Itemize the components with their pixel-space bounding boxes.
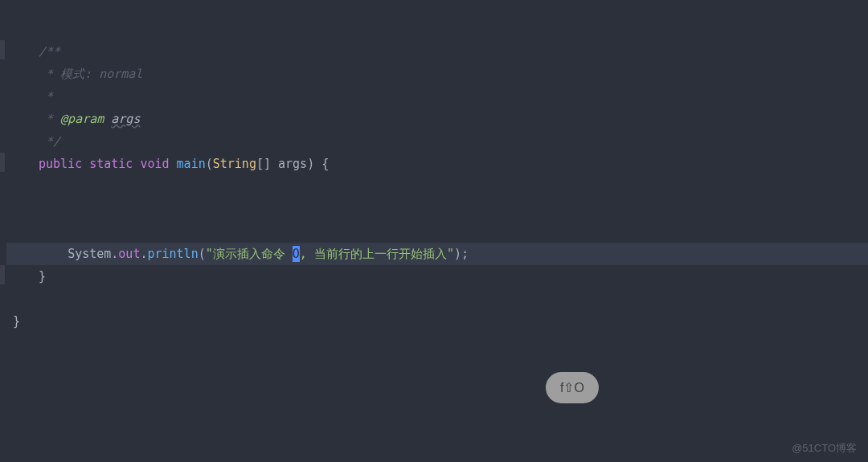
code-line-empty[interactable] [6, 220, 868, 243]
code-line-active[interactable]: System.out.println("演示插入命令 O, 当前行的上一行开始插… [6, 243, 868, 265]
string-literal: "演示插入命令 O, 当前行的上一行开始插入" [206, 246, 454, 262]
method-name: main [177, 157, 206, 171]
editor-gutter [0, 0, 6, 333]
keyword-static: static [89, 157, 133, 171]
fold-marker-icon[interactable] [0, 265, 5, 284]
doc-comment: * [39, 89, 53, 104]
doc-comment: /** [39, 44, 60, 59]
identifier-system: System [68, 247, 111, 261]
keyword-public: public [39, 157, 82, 171]
code-line-empty[interactable] [6, 198, 868, 220]
code-line[interactable]: } [6, 265, 868, 288]
code-line[interactable]: * @param args [6, 108, 868, 130]
cursor: O [293, 246, 300, 262]
fold-marker-icon[interactable] [0, 153, 5, 172]
keybind-text: f⇧O [560, 380, 584, 395]
doc-comment: * @param args [39, 112, 140, 126]
doc-param-name: args [111, 112, 140, 126]
doc-comment: * 模式: normal [39, 67, 142, 81]
watermark-text: @51CTO博客 [792, 441, 857, 456]
code-line[interactable]: public static void main(String[] args) { [6, 153, 868, 175]
code-line-empty[interactable] [6, 175, 868, 198]
keyword-void: void [140, 157, 169, 171]
code-line[interactable]: /** [6, 40, 868, 63]
fold-marker-icon[interactable] [0, 40, 5, 59]
brace-close: } [13, 314, 20, 329]
code-line-empty[interactable] [6, 288, 868, 310]
code-line[interactable]: * 模式: normal [6, 63, 868, 85]
code-line[interactable]: } [6, 310, 868, 333]
brace-close: } [39, 269, 46, 284]
doc-comment: */ [39, 134, 60, 149]
doc-tag-param: @param [60, 112, 104, 126]
identifier-out: out [118, 247, 140, 261]
method-println: println [147, 247, 198, 261]
code-editor[interactable]: /** * 模式: normal * * @param args */ publ… [0, 0, 868, 333]
keybind-indicator: f⇧O [546, 372, 599, 403]
code-line[interactable]: */ [6, 130, 868, 153]
code-line[interactable]: * [6, 85, 868, 108]
type-name: String [213, 157, 256, 171]
